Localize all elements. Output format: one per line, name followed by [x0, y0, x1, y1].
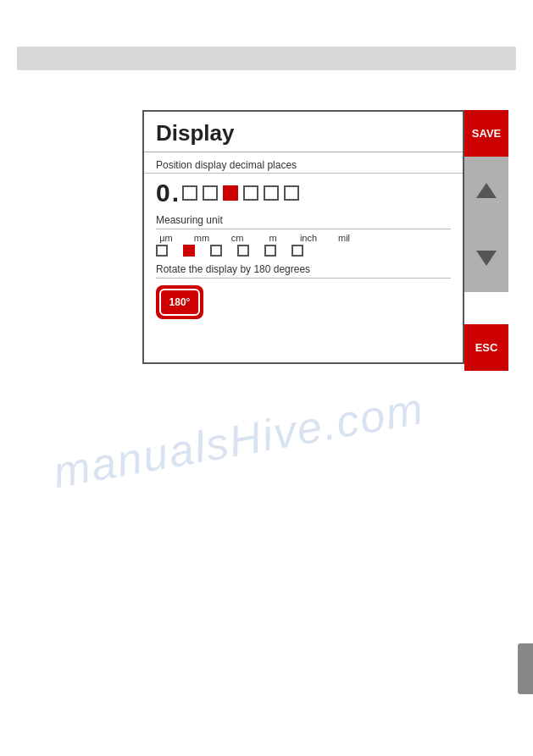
save-button[interactable]: SAVE: [464, 110, 508, 157]
pos-box-2[interactable]: [203, 185, 218, 201]
rotate-btn-inner: 180°: [159, 289, 200, 316]
unit-checks-row: [156, 245, 451, 257]
watermark: manualsHive.com: [49, 383, 428, 498]
unit-name-mm: mm: [192, 233, 212, 243]
unit-check-um[interactable]: [156, 245, 168, 257]
right-edge-bar: [518, 643, 533, 694]
top-bar: [17, 47, 516, 70]
unit-check-cm[interactable]: [210, 245, 222, 257]
unit-name-um: µm: [156, 233, 176, 243]
pos-box-6[interactable]: [284, 185, 299, 201]
position-section-label: Position display decimal places: [144, 152, 463, 174]
position-display: 0 .: [144, 174, 463, 211]
unit-name-inch: inch: [298, 233, 319, 243]
scroll-up-button[interactable]: [464, 157, 508, 224]
side-buttons-panel: SAVE ESC: [464, 110, 508, 371]
rotate-section: Rotate the display by 180 degrees 180°: [144, 258, 463, 323]
arrow-down-icon: [476, 251, 497, 266]
unit-name-cm: cm: [227, 233, 247, 243]
measuring-unit-section: Measuring unit µm mm cm m inch mil: [144, 211, 463, 258]
rotate-btn-text: 180°: [169, 296, 191, 308]
display-dialog: Display Position display decimal places …: [142, 110, 464, 364]
measuring-unit-label: Measuring unit: [156, 214, 451, 229]
pos-box-4[interactable]: [243, 185, 258, 201]
unit-check-mil[interactable]: [291, 245, 303, 257]
unit-check-inch[interactable]: [264, 245, 276, 257]
scroll-down-button[interactable]: [464, 224, 508, 292]
unit-names-row: µm mm cm m inch mil: [156, 233, 451, 243]
pos-box-5[interactable]: [264, 185, 279, 201]
unit-check-m[interactable]: [237, 245, 249, 257]
position-dot: .: [172, 179, 179, 207]
unit-name-m: m: [263, 233, 283, 243]
unit-name-mil: mil: [334, 233, 354, 243]
rotate-180-button[interactable]: 180°: [156, 285, 203, 319]
rotate-label: Rotate the display by 180 degrees: [156, 263, 451, 279]
pos-box-1[interactable]: [182, 185, 197, 201]
dialog-title: Display: [144, 112, 463, 152]
unit-check-mm[interactable]: [183, 245, 195, 257]
pos-box-3-active[interactable]: [223, 185, 238, 201]
position-zero: 0: [156, 179, 170, 207]
esc-button[interactable]: ESC: [464, 324, 508, 371]
arrow-up-icon: [476, 183, 497, 198]
